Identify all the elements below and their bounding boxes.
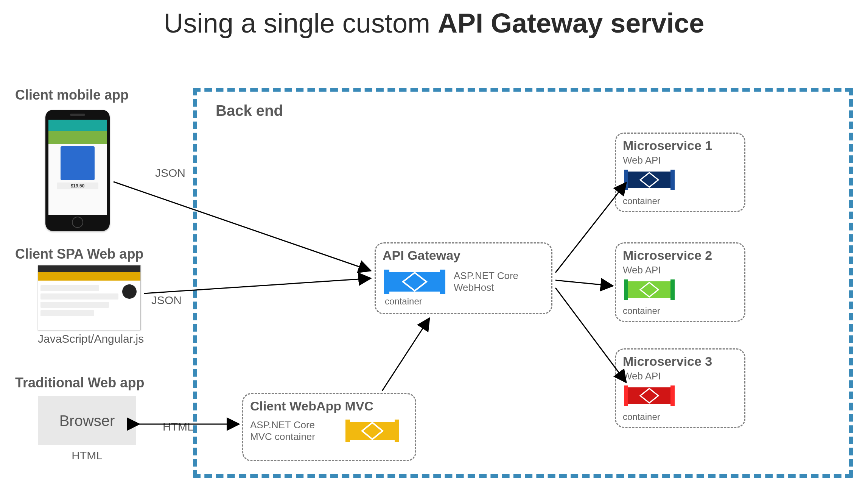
api-gateway-sub: ASP.NET Core WebHost xyxy=(454,270,529,293)
svg-rect-6 xyxy=(350,422,395,440)
title-bold: API Gateway service xyxy=(438,8,704,38)
svg-rect-14 xyxy=(628,281,670,298)
microservice-1-caption: container xyxy=(623,196,737,206)
client-mvc-sub: ASP.NET Core MVC container xyxy=(250,419,337,443)
client-traditional-sub: HTML xyxy=(38,449,136,462)
backend-label: Back end xyxy=(216,102,283,119)
svg-rect-2 xyxy=(389,272,440,292)
client-mobile-mockup: $19.50 xyxy=(45,110,110,231)
arrow-label-spa-json: JSON xyxy=(151,294,182,307)
client-traditional-label: Traditional Web app xyxy=(15,375,144,391)
api-gateway-box: API Gateway ASP.NET Core WebHost contain… xyxy=(375,242,552,314)
microservice-1-container-icon xyxy=(623,166,676,193)
microservice-2-sub: Web API xyxy=(623,264,737,276)
diagram-title: Using a single custom API Gateway servic… xyxy=(0,8,868,39)
svg-rect-16 xyxy=(624,385,628,406)
client-mobile-price: $19.50 xyxy=(57,183,98,189)
client-traditional-browser-text: Browser xyxy=(59,412,115,429)
svg-rect-13 xyxy=(670,279,675,300)
svg-rect-17 xyxy=(670,385,675,406)
api-gateway-container-icon xyxy=(383,264,447,299)
client-spa-label: Client SPA Web app xyxy=(15,246,143,262)
svg-rect-18 xyxy=(628,387,670,404)
client-spa-mockup xyxy=(38,265,141,330)
microservice-1-sub: Web API xyxy=(623,154,737,166)
arrow-label-mobile-json: JSON xyxy=(155,167,185,179)
microservice-3-box: Microservice 3 Web API container xyxy=(615,348,745,428)
svg-rect-4 xyxy=(345,420,350,442)
client-spa-sub: JavaScript/Angular.js xyxy=(38,332,140,345)
svg-rect-1 xyxy=(440,270,445,294)
microservice-1-title: Microservice 1 xyxy=(623,138,737,153)
svg-rect-8 xyxy=(624,170,628,190)
api-gateway-caption: container xyxy=(385,296,544,307)
svg-rect-0 xyxy=(384,270,389,294)
arrow-label-traditional-html: HTML xyxy=(163,420,194,433)
client-mvc-box: Client WebApp MVC ASP.NET Core MVC conta… xyxy=(242,393,416,461)
svg-rect-9 xyxy=(670,170,675,190)
microservice-2-box: Microservice 2 Web API container xyxy=(615,242,745,322)
microservice-3-sub: Web API xyxy=(623,370,737,382)
microservice-2-container-icon xyxy=(623,276,676,303)
microservice-3-caption: container xyxy=(623,412,737,422)
client-mvc-container-icon xyxy=(344,415,401,447)
microservice-2-caption: container xyxy=(623,306,737,316)
api-gateway-title: API Gateway xyxy=(383,248,544,263)
microservice-2-title: Microservice 2 xyxy=(623,248,737,263)
client-mvc-title: Client WebApp MVC xyxy=(250,399,408,413)
microservice-3-title: Microservice 3 xyxy=(623,354,737,369)
client-mobile-label: Client mobile app xyxy=(15,87,129,103)
client-traditional-browser: Browser xyxy=(38,396,136,445)
microservice-3-container-icon xyxy=(623,382,676,409)
svg-rect-12 xyxy=(624,279,628,300)
title-prefix: Using a single custom xyxy=(164,8,438,38)
svg-rect-5 xyxy=(395,420,399,442)
svg-rect-10 xyxy=(628,172,670,188)
microservice-1-box: Microservice 1 Web API container xyxy=(615,133,745,212)
